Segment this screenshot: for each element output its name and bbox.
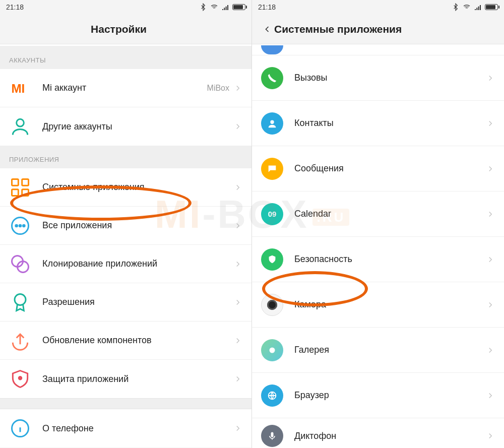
globe-icon (261, 385, 283, 407)
row-label: Системные приложения (42, 182, 233, 193)
row-label: Сообщения (294, 163, 486, 174)
row-browser[interactable]: Браузер (252, 373, 504, 418)
chevron-right-icon (486, 391, 495, 400)
row-recorder[interactable]: Диктофон (252, 418, 504, 448)
chevron-right-icon (486, 119, 495, 128)
svg-point-15 (270, 120, 274, 123)
chevron-right-icon (486, 346, 495, 355)
svg-rect-5 (22, 189, 29, 196)
more-icon (9, 215, 31, 237)
svg-point-7 (16, 225, 18, 227)
row-about-phone[interactable]: О телефоне (0, 409, 251, 447)
row-label: Безопасность (294, 254, 486, 265)
row-label: Mi аккаунт (42, 83, 207, 93)
row-label: Обновление компонентов (42, 335, 233, 346)
chevron-right-icon (233, 424, 242, 433)
row-label: Диктофон (294, 431, 486, 441)
calendar-icon: 09 (261, 203, 283, 225)
row-calendar[interactable]: 09 Calendar (252, 191, 504, 237)
partial-row-top (252, 44, 504, 55)
page-title: Системные приложения (274, 23, 496, 35)
row-messages[interactable]: Сообщения (252, 146, 504, 191)
row-other-accounts[interactable]: Другие аккаунты (0, 107, 251, 146)
signal-icon (221, 3, 229, 11)
shield-icon (9, 368, 31, 390)
row-label: О телефоне (42, 423, 233, 434)
grid-icon (9, 176, 31, 199)
phone-icon (261, 67, 283, 89)
row-label: Контакты (294, 118, 486, 129)
section-header-apps: ПРИЛОЖЕНИЯ (0, 146, 251, 168)
svg-rect-2 (12, 179, 19, 185)
row-label: Защита приложений (42, 374, 233, 385)
clone-icon (9, 253, 31, 275)
svg-point-16 (270, 347, 275, 353)
row-all-apps[interactable]: Все приложения (0, 207, 251, 245)
svg-point-12 (15, 294, 26, 305)
chevron-right-icon (486, 45, 495, 54)
row-system-apps[interactable]: Системные приложения (0, 168, 251, 207)
badge-icon (9, 291, 31, 313)
upload-icon (9, 330, 31, 352)
chevron-right-icon (486, 210, 495, 219)
chevron-right-icon (486, 164, 495, 173)
page-title: Настройки (8, 23, 229, 35)
message-icon (261, 158, 283, 180)
row-label: Вызовы (294, 73, 486, 83)
wifi-icon (210, 3, 218, 11)
row-mi-account[interactable]: MI Mi аккаунт MiBox (0, 69, 251, 107)
row-updates[interactable]: Обновление компонентов (0, 322, 251, 360)
back-button[interactable] (260, 19, 274, 39)
battery-icon (232, 4, 245, 10)
row-app-protection[interactable]: Защита приложений (0, 360, 251, 398)
chevron-right-icon (233, 84, 242, 93)
chevron-right-icon (233, 336, 242, 345)
chevron-right-icon (486, 300, 495, 309)
info-icon (9, 417, 31, 439)
svg-point-9 (23, 225, 25, 227)
row-label: Calendar (294, 209, 486, 219)
person-icon (9, 115, 31, 138)
partial-row (0, 44, 251, 46)
svg-point-13 (19, 376, 22, 379)
chevron-right-icon (486, 74, 495, 83)
row-contacts[interactable]: Контакты (252, 101, 504, 146)
svg-rect-18 (271, 432, 274, 437)
phone-right-system-apps: 21:18 Системные приложения (252, 0, 504, 448)
camera-icon (261, 294, 283, 316)
chevron-right-icon (233, 122, 242, 131)
titlebar: Настройки (0, 14, 251, 44)
mi-logo-icon: MI (9, 77, 31, 99)
chevron-right-icon (233, 183, 242, 192)
security-icon (261, 248, 283, 271)
row-label: Браузер (294, 390, 486, 401)
row-cloning[interactable]: Клонирование приложений (0, 245, 251, 283)
chevron-right-icon (486, 431, 495, 440)
svg-rect-4 (12, 189, 19, 196)
wifi-icon (463, 3, 471, 11)
status-bar: 21:18 (0, 0, 251, 14)
chevron-right-icon (233, 260, 242, 269)
contacts-icon (261, 112, 283, 135)
row-label: Разрешения (42, 297, 233, 307)
row-label: Другие аккаунты (42, 121, 233, 132)
row-label: Все приложения (42, 220, 233, 231)
mic-icon (261, 425, 283, 447)
row-label: Клонирование приложений (42, 259, 233, 269)
row-gallery[interactable]: Галерея (252, 328, 504, 373)
chevron-right-icon (233, 374, 242, 383)
svg-text:MI: MI (11, 81, 25, 95)
titlebar: Системные приложения (252, 14, 504, 44)
phone-left-settings: 21:18 Настройки АККАУНТЫ MI Mi аккаунт M… (0, 0, 252, 448)
status-time: 21:18 (258, 3, 276, 11)
row-security[interactable]: Безопасность (252, 237, 504, 282)
row-label: Камера (294, 299, 486, 310)
svg-rect-3 (22, 179, 29, 185)
row-camera[interactable]: Камера (252, 282, 504, 328)
section-header-accounts: АККАУНТЫ (0, 46, 251, 69)
chevron-right-icon (233, 298, 242, 307)
chevron-right-icon (486, 255, 495, 264)
row-calls[interactable]: Вызовы (252, 55, 504, 101)
row-permissions[interactable]: Разрешения (0, 283, 251, 322)
signal-icon (474, 3, 482, 11)
